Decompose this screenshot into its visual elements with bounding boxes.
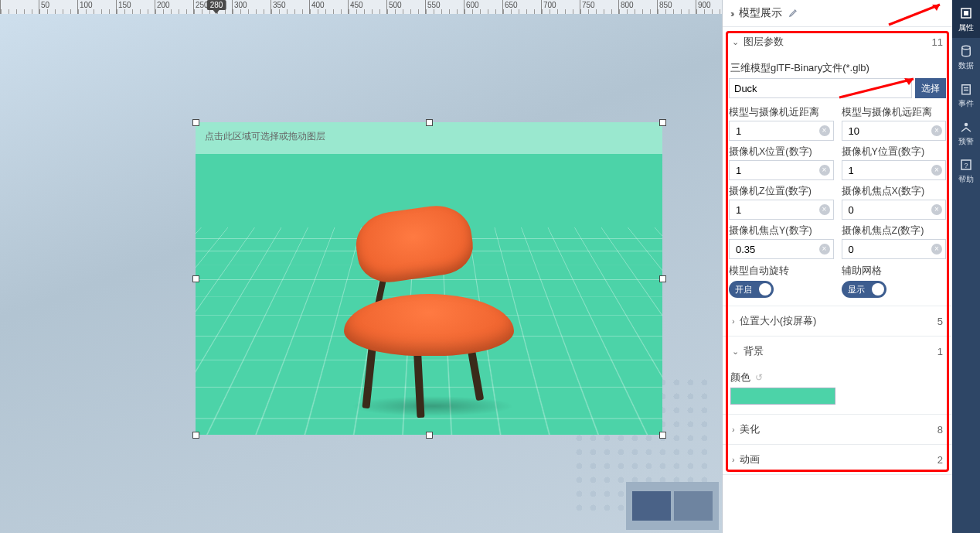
alert-icon [959, 120, 973, 134]
edit-icon[interactable] [788, 7, 799, 20]
chevron-right-icon: › [732, 316, 735, 326]
focz-input[interactable] [842, 244, 946, 255]
ruler: 5010015020025030035040045050055060065070… [0, 0, 722, 14]
clear-icon[interactable]: × [931, 204, 942, 215]
camz-input[interactable] [730, 204, 833, 216]
right-rail: 属性 数据 事件 预警 ? 帮助 [952, 0, 980, 533]
section-layer-params: ⌄图层参数 11 三维模型glTF-Binary文件(*.glb) 选择 模型与… [723, 27, 952, 306]
gridhelper-toggle[interactable]: 显示 [842, 281, 886, 298]
properties-panel: ›› 模型展示 ⌄图层参数 11 三维模型glTF-Binary文件(*.glb… [722, 0, 952, 533]
undo-icon[interactable]: ↺ [755, 372, 763, 383]
ruler-cursor: 280 [207, 0, 226, 14]
resize-handle-w[interactable] [192, 275, 199, 282]
rail-data[interactable]: 数据 [952, 38, 980, 76]
resize-handle-sw[interactable] [192, 432, 199, 439]
near-input[interactable] [730, 125, 833, 137]
focx-input[interactable] [842, 204, 946, 216]
resize-handle-e[interactable] [659, 275, 666, 282]
autorotate-toggle[interactable]: 开启 [729, 281, 774, 298]
clear-icon[interactable]: × [819, 204, 830, 215]
collapse-icon[interactable]: ›› [730, 8, 733, 19]
section-header-beautify[interactable]: ›美化 8 [723, 415, 952, 444]
camy-input[interactable] [842, 165, 946, 176]
bg-color-swatch[interactable] [730, 388, 835, 405]
resize-handle-se[interactable] [659, 432, 666, 439]
chevron-right-icon: › [732, 425, 735, 434]
rail-event[interactable]: 事件 [952, 76, 980, 114]
section-header-position[interactable]: ›位置大小(按屏幕) 5 [723, 306, 952, 336]
minimap[interactable] [626, 482, 719, 530]
clear-icon[interactable]: × [931, 165, 942, 176]
rail-alert[interactable]: 预警 [952, 114, 980, 152]
section-header-background[interactable]: ⌄背景 1 [723, 337, 952, 366]
resize-handle-s[interactable] [426, 432, 433, 439]
clear-icon[interactable]: × [819, 244, 830, 255]
help-icon: ? [959, 158, 973, 172]
camx-input[interactable] [730, 165, 833, 176]
far-input[interactable] [842, 125, 946, 137]
clear-icon[interactable]: × [931, 125, 942, 136]
clear-icon[interactable]: × [819, 125, 830, 136]
model-stage[interactable]: 点击此区域可选择或拖动图层 [196, 122, 662, 435]
clear-icon[interactable]: × [931, 244, 942, 255]
design-canvas[interactable]: 5010015020025030035040045050055060065070… [0, 0, 722, 533]
file-type-label: 三维模型glTF-Binary文件(*.glb) [729, 56, 946, 77]
event-icon [959, 82, 973, 96]
stage-hint: 点击此区域可选择或拖动图层 [196, 122, 662, 154]
model-preview [328, 178, 529, 410]
panel-header: ›› 模型展示 [723, 0, 952, 27]
properties-icon [959, 6, 973, 20]
chevron-down-icon: ⌄ [732, 347, 739, 357]
resize-handle-n[interactable] [426, 119, 433, 126]
focy-input[interactable] [730, 244, 833, 255]
resize-handle-nw[interactable] [192, 119, 199, 126]
svg-point-6 [962, 46, 971, 50]
rail-help[interactable]: ? 帮助 [952, 152, 980, 190]
resize-handle-ne[interactable] [659, 119, 666, 126]
svg-rect-5 [964, 11, 968, 15]
database-icon [959, 44, 973, 58]
panel-title: 模型展示 [739, 6, 782, 20]
rail-properties[interactable]: 属性 [952, 0, 980, 38]
clear-icon[interactable]: × [819, 165, 830, 176]
file-input[interactable] [729, 78, 912, 98]
chevron-right-icon: › [732, 455, 735, 464]
section-header-layer[interactable]: ⌄图层参数 11 [723, 27, 952, 56]
chevron-down-icon: ⌄ [732, 37, 739, 47]
svg-point-10 [965, 123, 968, 127]
svg-text:?: ? [964, 162, 968, 169]
select-file-button[interactable]: 选择 [915, 78, 946, 98]
section-header-animation[interactable]: ›动画 2 [723, 445, 952, 474]
